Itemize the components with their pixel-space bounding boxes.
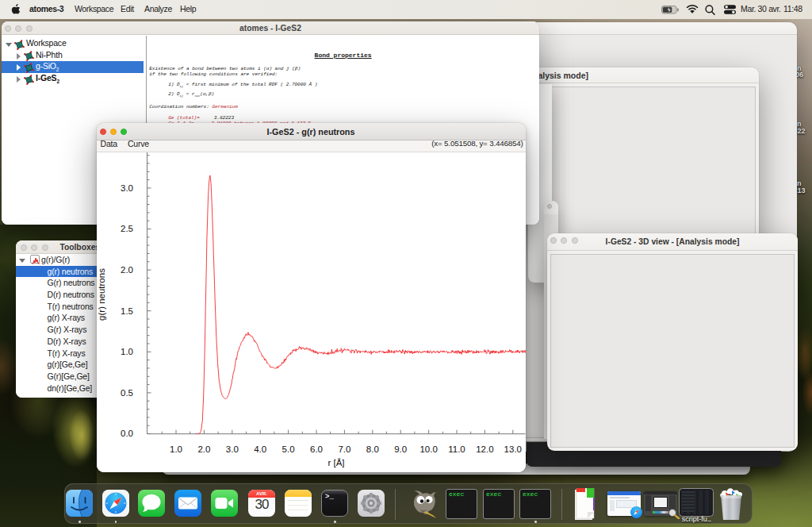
svg-text:3.0: 3.0 bbox=[225, 444, 238, 454]
svg-text:13.0: 13.0 bbox=[504, 444, 521, 454]
svg-text:5.0: 5.0 bbox=[282, 444, 294, 454]
svg-text:8.0: 8.0 bbox=[366, 444, 378, 454]
svg-text:r [Å]: r [Å] bbox=[327, 458, 344, 467]
svg-text:3.0: 3.0 bbox=[121, 183, 133, 193]
svg-text:11.0: 11.0 bbox=[448, 444, 465, 454]
svg-text:2.0: 2.0 bbox=[197, 444, 210, 454]
svg-text:2.5: 2.5 bbox=[121, 224, 133, 233]
svg-text:9.0: 9.0 bbox=[394, 444, 407, 454]
svg-text:4.0: 4.0 bbox=[254, 444, 266, 454]
svg-text:1.5: 1.5 bbox=[121, 306, 133, 316]
svg-text:g(r) neutrons: g(r) neutrons bbox=[97, 268, 106, 321]
svg-text:2.0: 2.0 bbox=[121, 265, 133, 275]
svg-text:7.0: 7.0 bbox=[338, 444, 350, 454]
svg-text:0.5: 0.5 bbox=[121, 388, 133, 398]
svg-text:0.0: 0.0 bbox=[121, 429, 133, 438]
svg-text:1.0: 1.0 bbox=[170, 444, 182, 454]
svg-text:12.0: 12.0 bbox=[476, 444, 493, 454]
svg-text:1.0: 1.0 bbox=[121, 347, 133, 356]
svg-text:10.0: 10.0 bbox=[419, 444, 437, 454]
svg-text:6.0: 6.0 bbox=[310, 444, 323, 454]
